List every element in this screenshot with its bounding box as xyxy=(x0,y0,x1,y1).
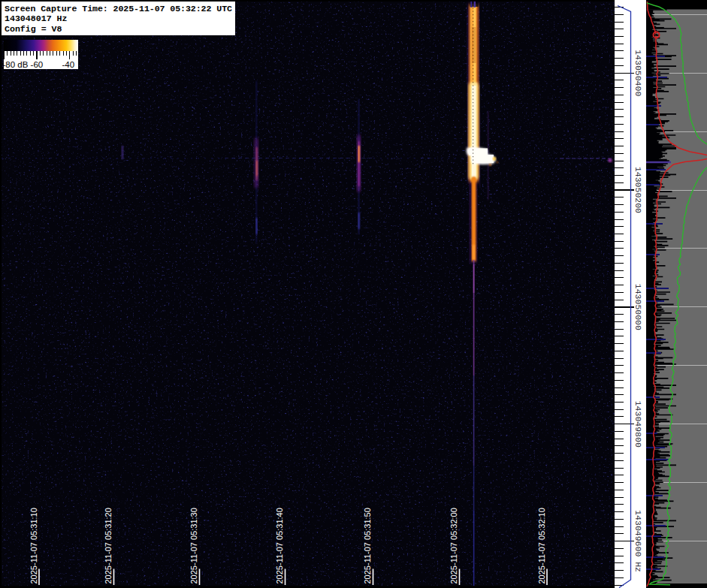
svg-text:-80 dB -60: -80 dB -60 xyxy=(3,60,44,69)
svg-text:-40: -40 xyxy=(62,60,75,69)
svg-text:143049600 Hz: 143049600 Hz xyxy=(633,510,643,572)
svg-text:143050400: 143050400 xyxy=(633,50,643,96)
svg-text:2025-11-07 05:31:40: 2025-11-07 05:31:40 xyxy=(275,508,284,583)
svg-text:143048017 Hz: 143048017 Hz xyxy=(5,14,68,23)
svg-text:Config = V8: Config = V8 xyxy=(5,24,62,34)
svg-text:Screen Capture Time: 2025-11-0: Screen Capture Time: 2025-11-07 05:32:22… xyxy=(5,4,232,14)
svg-text:143050200: 143050200 xyxy=(633,167,643,213)
svg-text:143050000: 143050000 xyxy=(633,284,643,330)
svg-text:143049800: 143049800 xyxy=(633,401,643,448)
svg-text:2025-11-07 05:32:00: 2025-11-07 05:32:00 xyxy=(449,508,458,583)
svg-text:2025-11-07 05:31:50: 2025-11-07 05:31:50 xyxy=(363,508,372,583)
svg-text:2025-11-07 05:31:10: 2025-11-07 05:31:10 xyxy=(29,508,38,583)
svg-text:2025-11-07 05:32:10: 2025-11-07 05:32:10 xyxy=(537,508,546,583)
svg-text:2025-11-07 05:31:30: 2025-11-07 05:31:30 xyxy=(189,508,198,583)
svg-text:2025-11-07 05:31:20: 2025-11-07 05:31:20 xyxy=(104,508,113,583)
